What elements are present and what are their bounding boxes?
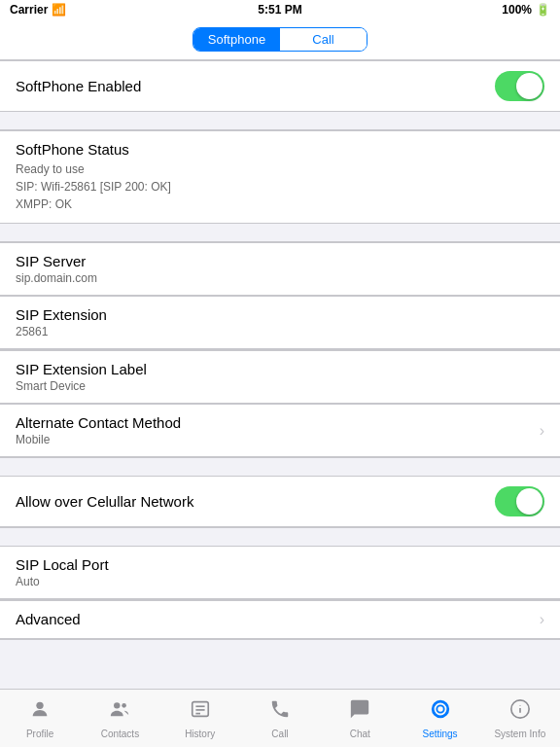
row-allow-cellular: Allow over Celullar Network xyxy=(0,476,560,527)
tab-item-profile[interactable]: Profile xyxy=(11,698,69,739)
sip-local-port-value: Auto xyxy=(16,575,544,588)
tab-item-chat[interactable]: Chat xyxy=(331,698,389,739)
tab-item-call[interactable]: Call xyxy=(251,698,309,739)
sip-ext-label-value: Smart Device xyxy=(16,379,544,393)
allow-cellular-label: Allow over Celullar Network xyxy=(16,493,495,510)
toggle-knob xyxy=(516,73,542,99)
status-bar-time: 5:51 PM xyxy=(258,3,301,17)
svg-point-0 xyxy=(36,701,43,708)
settings-body: SoftPhone Enabled SoftPhone Status Ready… xyxy=(0,59,560,639)
row-sip-extension: SIP Extension 25861 xyxy=(0,296,560,349)
system-info-icon xyxy=(509,698,531,726)
softphone-status-lines: Ready to use SIP: Wifi-25861 [SIP 200: O… xyxy=(16,160,544,213)
tab-item-history[interactable]: History xyxy=(171,698,229,739)
row-sip-local-port: SIP Local Port Auto xyxy=(0,546,560,599)
battery-label: 100% xyxy=(502,3,532,17)
tab-softphone[interactable]: Softphone xyxy=(193,28,280,51)
sip-ext-label-label: SIP Extension Label xyxy=(16,361,544,377)
tab-label-profile: Profile xyxy=(26,729,53,739)
alternate-contact-chevron: › xyxy=(540,422,544,440)
row-softphone-enabled: SoftPhone Enabled xyxy=(0,60,560,112)
softphone-status-label: SoftPhone Status xyxy=(16,141,544,158)
row-advanced[interactable]: Advanced › xyxy=(0,600,560,639)
svg-point-1 xyxy=(114,702,120,708)
tab-label-history: History xyxy=(185,729,215,739)
call-icon xyxy=(269,698,291,726)
sip-extension-label: SIP Extension xyxy=(16,306,544,323)
tab-call[interactable]: Call xyxy=(280,28,367,51)
svg-point-2 xyxy=(122,703,127,708)
carrier-label: Carrier xyxy=(10,3,48,17)
tab-label-system-info: System Info xyxy=(494,729,545,739)
softphone-enabled-label: SoftPhone Enabled xyxy=(16,78,495,94)
battery-icon: 🔋 xyxy=(536,3,550,17)
sip-local-port-label: SIP Local Port xyxy=(16,556,544,573)
tab-label-contacts: Contacts xyxy=(101,729,139,739)
row-alternate-contact[interactable]: Alternate Contact Method Mobile › xyxy=(0,404,560,457)
allow-cellular-toggle[interactable] xyxy=(495,486,544,516)
alternate-contact-label: Alternate Contact Method xyxy=(16,414,540,431)
status-bar-left: Carrier 📶 xyxy=(10,3,66,17)
segmented-control-wrap: Softphone Call xyxy=(0,19,560,59)
tab-label-call: Call xyxy=(271,729,288,739)
row-sip-extension-label: SIP Extension Label Smart Device xyxy=(0,350,560,404)
chat-icon xyxy=(349,698,370,726)
row-sip-server: SIP Server sip.domain.com xyxy=(0,242,560,296)
profile-icon xyxy=(29,698,51,726)
tab-bar: Profile Contacts History Call Chat Setti… xyxy=(0,689,560,747)
contacts-icon xyxy=(109,698,130,726)
softphone-enabled-toggle[interactable] xyxy=(495,71,544,101)
segmented-control: Softphone Call xyxy=(192,27,368,52)
wifi-icon: 📶 xyxy=(52,3,66,17)
toggle-knob-2 xyxy=(516,488,542,515)
tab-label-settings: Settings xyxy=(422,729,457,739)
settings-icon xyxy=(430,698,451,726)
status-bar-right: 100% 🔋 xyxy=(502,3,550,17)
status-bar: Carrier 📶 5:51 PM 100% 🔋 xyxy=(0,0,560,19)
advanced-label: Advanced xyxy=(16,611,540,627)
sip-server-value: sip.domain.com xyxy=(16,271,544,285)
row-softphone-status: SoftPhone Status Ready to use SIP: Wifi-… xyxy=(0,130,560,224)
tab-item-settings[interactable]: Settings xyxy=(411,698,470,739)
sip-extension-value: 25861 xyxy=(16,325,544,338)
alternate-contact-value: Mobile xyxy=(16,433,540,446)
tab-item-system-info[interactable]: System Info xyxy=(491,698,549,739)
tab-item-contacts[interactable]: Contacts xyxy=(90,698,149,739)
history-icon xyxy=(190,698,211,726)
advanced-chevron: › xyxy=(540,611,544,628)
sip-server-label: SIP Server xyxy=(16,253,544,269)
tab-label-chat: Chat xyxy=(350,729,370,739)
